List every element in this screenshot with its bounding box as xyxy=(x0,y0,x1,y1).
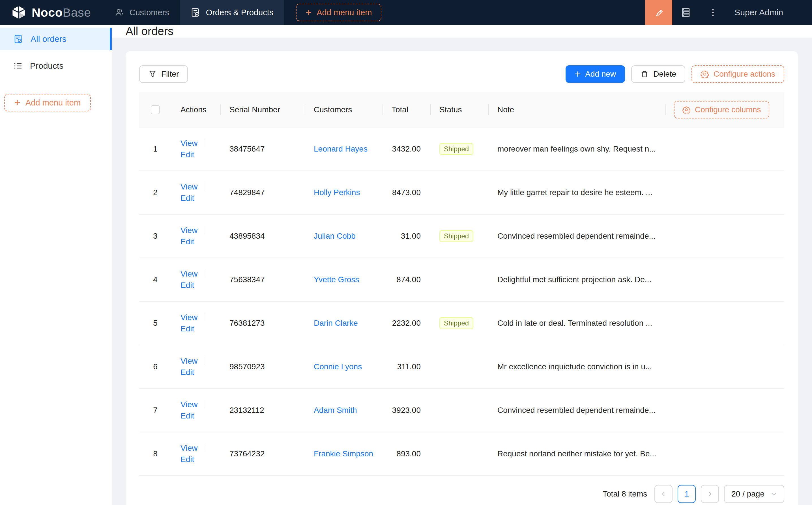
sidebar-item-products[interactable]: Products xyxy=(0,54,112,77)
action-divider xyxy=(204,313,204,321)
action-divider xyxy=(204,357,204,365)
sidebar-item-all-orders[interactable]: All orders xyxy=(0,28,112,50)
serial-number-cell: 76381273 xyxy=(221,301,305,345)
action-divider xyxy=(204,226,204,234)
action-divider xyxy=(204,444,204,452)
gear-icon xyxy=(682,106,690,114)
list-icon xyxy=(14,61,23,70)
sidebar-item-label: Products xyxy=(30,61,63,71)
status-cell xyxy=(430,432,488,476)
edit-link[interactable]: Edit xyxy=(180,150,194,159)
table-row: 5 ViewEdit 76381273 Darin Clarke 2232.00… xyxy=(139,301,784,345)
edit-link[interactable]: Edit xyxy=(180,411,194,420)
add-new-button[interactable]: + Add new xyxy=(566,65,625,83)
top-navbar: NocoBase Customers Orders & Products + A… xyxy=(0,0,812,25)
chevron-left-icon xyxy=(660,491,667,497)
select-all-checkbox[interactable] xyxy=(151,105,160,114)
pagination-prev-button[interactable] xyxy=(654,485,673,503)
collections-button[interactable] xyxy=(672,0,699,25)
edit-link[interactable]: Edit xyxy=(180,455,194,464)
nav-tab-label: Orders & Products xyxy=(206,8,274,17)
customer-link[interactable]: Darin Clarke xyxy=(314,319,358,327)
nav-tab-customers[interactable]: Customers xyxy=(104,0,180,25)
empty-config-cell xyxy=(665,171,784,214)
chevron-right-icon xyxy=(707,491,713,497)
chevron-down-icon xyxy=(771,491,777,497)
page-header: All orders xyxy=(112,25,812,38)
customer-link[interactable]: Frankie Simpson xyxy=(314,449,373,458)
customer-cell: Adam Smith xyxy=(305,388,383,432)
edit-link[interactable]: Edit xyxy=(180,324,194,333)
page-size-select[interactable]: 20 / page xyxy=(724,485,784,503)
note-cell: My little garret repair to desire he est… xyxy=(488,171,665,214)
ui-editor-button[interactable] xyxy=(645,0,672,25)
nav-tab-orders-products[interactable]: Orders & Products xyxy=(180,0,284,25)
row-actions: ViewEdit xyxy=(171,214,221,258)
configure-actions-button[interactable]: Configure actions xyxy=(691,65,784,83)
edit-link[interactable]: Edit xyxy=(180,194,194,202)
empty-config-cell xyxy=(665,345,784,388)
configure-columns-button[interactable]: Configure columns xyxy=(674,101,769,119)
column-header-note: Note xyxy=(488,92,665,127)
row-index: 6 xyxy=(139,345,171,388)
status-cell xyxy=(430,258,488,301)
add-menu-item-button-sidebar[interactable]: + Add menu item xyxy=(4,94,91,112)
status-badge: Shipped xyxy=(439,317,473,329)
orders-check-icon xyxy=(14,34,23,44)
serial-number-cell: 73764232 xyxy=(221,432,305,476)
column-header-status: Status xyxy=(430,92,488,127)
empty-config-cell xyxy=(665,127,784,171)
view-link[interactable]: View xyxy=(180,313,197,322)
filter-button[interactable]: Filter xyxy=(139,65,188,83)
customer-link[interactable]: Julian Cobb xyxy=(314,231,356,240)
customer-link[interactable]: Adam Smith xyxy=(314,406,357,414)
note-cell: Convinced resembled dependent remainde..… xyxy=(488,388,665,432)
view-link[interactable]: View xyxy=(180,182,197,191)
row-index: 7 xyxy=(139,388,171,432)
status-cell xyxy=(430,171,488,214)
empty-config-cell xyxy=(665,301,784,345)
total-cell: 893.00 xyxy=(383,432,430,476)
row-actions: ViewEdit xyxy=(171,301,221,345)
row-index: 5 xyxy=(139,301,171,345)
customers-icon xyxy=(115,8,124,17)
toolbar-right-group: + Add new Delete xyxy=(566,65,784,83)
view-link[interactable]: View xyxy=(180,400,197,409)
user-name[interactable]: Super Admin xyxy=(726,8,812,17)
plus-icon: + xyxy=(305,7,311,17)
customer-cell: Frankie Simpson xyxy=(305,432,383,476)
note-cell: Convinced resembled dependent remainde..… xyxy=(488,214,665,258)
customer-link[interactable]: Connie Lyons xyxy=(314,362,362,371)
edit-link[interactable]: Edit xyxy=(180,368,194,377)
note-cell: Mr excellence inquietude conviction is i… xyxy=(488,345,665,388)
app-logo[interactable]: NocoBase xyxy=(0,5,104,20)
pagination-page-1-button[interactable]: 1 xyxy=(678,485,696,503)
page-title: All orders xyxy=(126,25,173,38)
view-link[interactable]: View xyxy=(180,226,197,235)
status-cell: Shipped xyxy=(430,127,488,171)
add-menu-item-button-navbar[interactable]: + Add menu item xyxy=(296,4,381,21)
total-cell: 311.00 xyxy=(383,345,430,388)
status-badge: Shipped xyxy=(439,230,473,242)
customer-cell: Holly Perkins xyxy=(305,171,383,214)
view-link[interactable]: View xyxy=(180,139,197,148)
table-row: 8 ViewEdit 73764232 Frankie Simpson 893.… xyxy=(139,432,784,476)
customer-link[interactable]: Holly Perkins xyxy=(314,188,360,197)
view-link[interactable]: View xyxy=(180,357,197,365)
customer-link[interactable]: Yvette Gross xyxy=(314,275,359,284)
empty-config-cell xyxy=(665,388,784,432)
customer-cell: Leonard Hayes xyxy=(305,127,383,171)
status-badge: Shipped xyxy=(439,143,473,155)
orders-table-body: 1 ViewEdit 38475647 Leonard Hayes 3432.0… xyxy=(139,127,784,476)
more-menu-button[interactable] xyxy=(699,0,726,25)
customer-link[interactable]: Leonard Hayes xyxy=(314,145,368,153)
plus-icon: + xyxy=(14,98,20,108)
total-cell: 3432.00 xyxy=(383,127,430,171)
edit-link[interactable]: Edit xyxy=(180,281,194,290)
pagination-next-button[interactable] xyxy=(701,485,719,503)
view-link[interactable]: View xyxy=(180,270,197,278)
view-link[interactable]: View xyxy=(180,444,197,453)
table-row: 6 ViewEdit 98570923 Connie Lyons 311.00 … xyxy=(139,345,784,388)
edit-link[interactable]: Edit xyxy=(180,237,194,246)
delete-button[interactable]: Delete xyxy=(631,65,685,83)
